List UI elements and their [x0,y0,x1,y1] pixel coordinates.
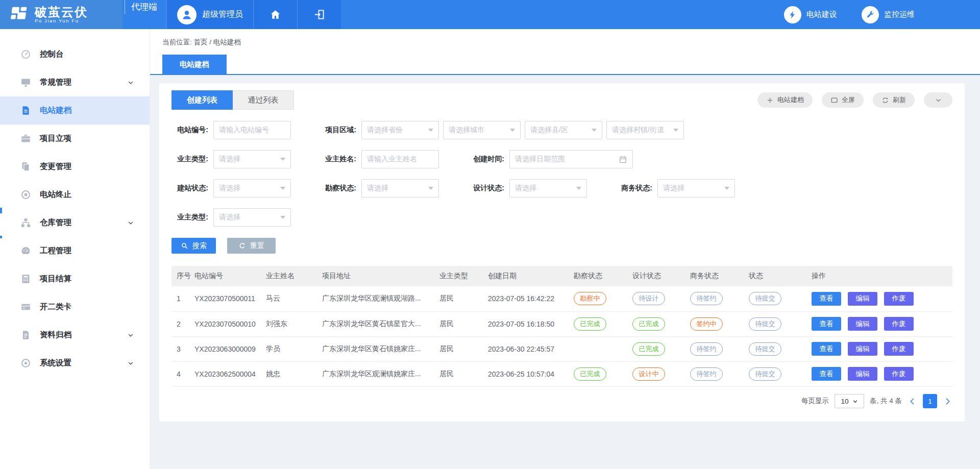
void-button[interactable]: 作废 [884,342,914,356]
toolbar: 电站建档全屏刷新 [757,90,952,108]
logo-block: 破茧云伏 Po Jian Yun Fu [0,0,122,29]
sidebar-item-project-initiation[interactable]: 项目立项 [0,125,150,153]
design-status-cell: 已完成 [632,311,690,336]
home-button[interactable] [253,0,297,29]
breadcrumb-link[interactable]: 首页 [194,38,208,46]
shortcut-monitor-ops[interactable]: 监控运维 [862,6,915,23]
placeholder-text: 请选择 [515,184,572,193]
tab-pass-list[interactable]: 通过列表 [233,90,294,110]
sidebar-item-engineering-mgmt[interactable]: 工程管理 [0,237,150,265]
total-count-label: 条, 共 4 条 [870,397,902,406]
sidebar-item-station-termination[interactable]: 电站终止 [0,181,150,209]
create-time-datepicker[interactable]: 请选择日期范围 [509,150,633,168]
caret-down-icon [673,129,678,132]
business-status-badge: 待签约 [690,367,723,381]
sidebar-item-station-archive[interactable]: 电站建档 [0,96,150,125]
business-status-select[interactable]: 请选择 [657,179,735,198]
filter-label: 业主姓名: [320,155,356,164]
refresh-button[interactable]: 刷新 [873,92,915,108]
placeholder-text: 请选择 [219,155,276,164]
sidebar-item-system-settings[interactable]: 系统设置 [0,349,150,377]
station-code-input[interactable]: 请输入电站编号 [213,121,291,139]
void-button[interactable]: 作废 [884,367,914,381]
per-page-select[interactable]: 10 [835,394,864,408]
edit-button[interactable]: 编辑 [848,317,877,331]
refresh-icon [881,96,889,104]
owner-type-select[interactable]: 请选择 [213,150,291,168]
pagination: 每页显示 10 条, 共 4 条 1 [801,394,952,408]
design-status-badge: 已完成 [632,317,665,331]
void-button[interactable]: 作废 [884,317,914,331]
sign-out-icon [313,9,325,20]
edit-button[interactable]: 编辑 [848,292,877,306]
design-status-select[interactable]: 请选择 [509,179,587,198]
owner-type-cell: 居民 [439,286,488,311]
reset-button[interactable]: 重置 [227,238,276,254]
design-status-badge: 待设计 [632,292,665,305]
sidebar-item-warehouse-mgmt[interactable]: 仓库管理 [0,209,150,237]
view-button[interactable]: 查看 [812,292,841,306]
logout-button[interactable] [297,0,341,29]
column-header: 业主姓名 [266,266,322,286]
placeholder-text: 请选择村镇/街道 [612,126,669,135]
region-county-select[interactable]: 请选择县/区 [525,121,602,139]
column-header: 项目地址 [322,266,439,286]
user-name: 超级管理员 [202,9,243,20]
column-header: 状态 [749,266,812,286]
edit-button[interactable]: 编辑 [848,367,877,381]
column-header: 勘察状态 [574,266,632,286]
page-title-tab[interactable]: 电站建档 [162,55,227,74]
stop-circle-icon [20,189,31,200]
sidebar-item-label: 控制台 [40,49,134,60]
page-number-button[interactable]: 1 [923,394,937,408]
edit-button[interactable]: 编辑 [848,342,877,356]
sidebar-item-label: 常规管理 [40,77,127,88]
sidebar-item-general-mgmt[interactable]: 常规管理 [0,68,150,96]
avatar [177,5,197,24]
search-button[interactable]: 搜索 [172,238,216,254]
survey-status-badge: 已完成 [574,317,606,331]
view-button[interactable]: 查看 [812,367,841,381]
add-station-button[interactable]: 电站建档 [757,92,813,108]
top-bar: 当前位置: 首页 / 电站建档 电站建档 [150,29,980,75]
next-page-button[interactable] [943,397,952,406]
owner-name-input[interactable]: 请输入业主姓名 [361,150,439,168]
sidebar-item-data-archive[interactable]: 资料归档 [0,321,150,349]
table-header-row: 序号电站编号业主姓名项目地址业主类型创建日期勘察状态设计状态商务状态状态操作 [172,266,952,286]
sidebar-item-console[interactable]: 控制台 [0,40,150,68]
dashboard-icon [20,49,31,60]
shortcut-station-build[interactable]: 电站建设 [784,6,837,23]
prev-page-button[interactable] [908,397,917,406]
survey-status-cell: 已完成 [574,311,632,336]
sidebar-item-second-type-card[interactable]: 开二类卡 [0,293,150,321]
filter-region-town: 请选择村镇/街道 [606,121,684,139]
status-badge: 待提交 [749,367,781,381]
column-header: 操作 [812,266,952,286]
design-status-cell: 已完成 [632,336,690,361]
view-button[interactable]: 查看 [812,317,841,331]
briefcase-icon [20,133,31,144]
sidebar-item-change-mgmt[interactable]: 变更管理 [0,153,150,181]
caret-down-icon [510,129,515,132]
owner-type-2-select[interactable]: 请选择 [213,208,291,227]
void-button[interactable]: 作废 [884,292,914,306]
placeholder-text: 请选择县/区 [530,126,587,135]
region-province-select[interactable]: 请选择省份 [361,121,439,139]
search-button-label: 搜索 [192,241,207,251]
sidebar-item-project-settlement[interactable]: 项目结算 [0,265,150,293]
survey-status-select[interactable]: 请选择 [361,179,439,198]
build-status-select[interactable]: 请选择 [213,179,291,198]
placeholder-text: 请选择 [219,213,276,222]
tab-create-list[interactable]: 创建列表 [172,90,233,110]
region-town-select[interactable]: 请选择村镇/街道 [606,121,684,139]
region-city-select[interactable]: 请选择城市 [443,121,521,139]
caret-down-icon [576,187,581,190]
app-subtitle: Po Jian Yun Fu [35,18,88,23]
survey-status-badge: 已完成 [574,367,606,381]
serial-cell: 4 [172,361,194,386]
user-menu[interactable]: 超级管理员 [166,0,253,29]
more-button[interactable] [924,92,952,108]
owner-name-cell: 刘强东 [266,311,322,336]
fullscreen-button[interactable]: 全屏 [822,92,864,108]
view-button[interactable]: 查看 [812,342,841,356]
